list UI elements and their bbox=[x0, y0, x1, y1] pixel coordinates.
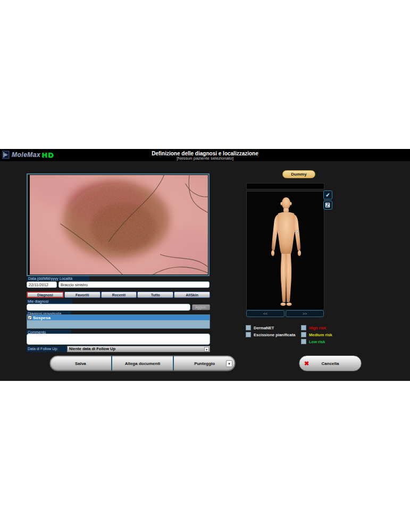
dummy-button[interactable]: Dummy bbox=[282, 170, 315, 178]
high-risk-option: High risk bbox=[301, 325, 326, 330]
excision-label: Escissione pianificata bbox=[254, 332, 295, 337]
date-input[interactable] bbox=[27, 281, 57, 288]
tab-favoriti[interactable]: Favoriti bbox=[64, 292, 101, 298]
my-diagnosis-label: Mie diagnosi bbox=[27, 299, 72, 304]
cancel-button[interactable]: ✖ Cancella bbox=[299, 355, 362, 371]
list-item-sospesa[interactable]: ✓ Sospesa bbox=[27, 315, 210, 320]
cancel-x-icon: ✖ bbox=[304, 361, 309, 367]
lesion-location-marker[interactable]: ✕ bbox=[296, 229, 299, 234]
check-icon: ✓ bbox=[325, 192, 330, 198]
score-button[interactable]: Punteggio ▼ bbox=[174, 356, 235, 371]
low-risk-label: Low risk bbox=[309, 339, 325, 344]
diagnosis-tabs: Diagnosi Favoriti Recenti Tutto AllSkin bbox=[27, 292, 210, 298]
lesion-image-frame bbox=[27, 173, 210, 276]
medium-risk-option: Medium risk bbox=[301, 332, 332, 337]
location-input[interactable] bbox=[58, 281, 210, 288]
tab-recenti[interactable]: Recenti bbox=[101, 292, 137, 298]
body-chart-button[interactable] bbox=[323, 201, 332, 210]
comment-input[interactable] bbox=[27, 334, 210, 345]
dermanet-label: DermaNET bbox=[254, 326, 274, 330]
location-label: Località bbox=[58, 276, 89, 281]
score-button-label: Punteggio bbox=[194, 361, 215, 366]
followup-value: Niente data di Follow Up bbox=[69, 346, 115, 351]
high-risk-label: High risk bbox=[309, 326, 326, 330]
attach-documents-button[interactable]: Allega documenti bbox=[112, 356, 174, 371]
body-chart-icon bbox=[325, 202, 331, 208]
sospesa-checkbox[interactable]: ✓ bbox=[28, 315, 32, 320]
medium-risk-checkbox[interactable] bbox=[301, 332, 306, 337]
confirm-location-button[interactable]: ✓ bbox=[323, 190, 332, 200]
add-diagnosis-button[interactable]: Aggiun. bbox=[192, 304, 210, 310]
dermanet-checkbox[interactable] bbox=[246, 325, 251, 330]
patient-status: [Nessun paziente selezionato] bbox=[0, 156, 410, 161]
prev-view-button[interactable]: << bbox=[246, 310, 285, 317]
low-risk-option: Low risk bbox=[301, 339, 325, 344]
tab-tutto[interactable]: Tutto bbox=[137, 292, 173, 298]
body-figure bbox=[261, 195, 312, 307]
dermanet-option: DermaNET bbox=[246, 325, 274, 330]
body-map-view[interactable]: ✕ bbox=[246, 191, 324, 310]
title-bar: MoleMax HD Definizione delle diagnosi e … bbox=[0, 149, 410, 161]
tab-diagnosi[interactable]: Diagnosi bbox=[27, 292, 64, 298]
cancel-button-label: Cancella bbox=[322, 361, 339, 366]
app-content-area: MoleMax HD Definizione delle diagnosi e … bbox=[0, 149, 410, 381]
excision-option: Escissione pianificata bbox=[246, 332, 295, 337]
high-risk-checkbox[interactable] bbox=[301, 325, 306, 330]
app-window: MoleMax HD Definizione delle diagnosi e … bbox=[0, 0, 410, 532]
next-view-button[interactable]: >> bbox=[286, 310, 324, 317]
save-button[interactable]: Salva bbox=[50, 356, 112, 371]
followup-label: Data di Follow Up: bbox=[27, 346, 67, 352]
my-diagnosis-input[interactable] bbox=[27, 304, 190, 311]
lesion-image bbox=[30, 175, 208, 275]
excision-checkbox[interactable] bbox=[246, 332, 251, 337]
body-region-bar bbox=[246, 183, 324, 189]
tab-allskin[interactable]: AllSkin bbox=[174, 292, 210, 298]
list-item-label: Sospesa bbox=[33, 315, 51, 320]
low-risk-checkbox[interactable] bbox=[301, 339, 306, 344]
followup-dropdown[interactable]: Niente data di Follow Up ▼ bbox=[67, 346, 210, 352]
score-dropdown-icon[interactable]: ▼ bbox=[226, 360, 232, 367]
provisional-diagnosis-list: ✓ Sospesa bbox=[27, 314, 210, 329]
chevron-down-icon[interactable]: ▼ bbox=[204, 347, 209, 352]
action-button-bar: Salva Allega documenti Punteggio ▼ bbox=[49, 355, 236, 371]
medium-risk-label: Medium risk bbox=[309, 332, 332, 337]
